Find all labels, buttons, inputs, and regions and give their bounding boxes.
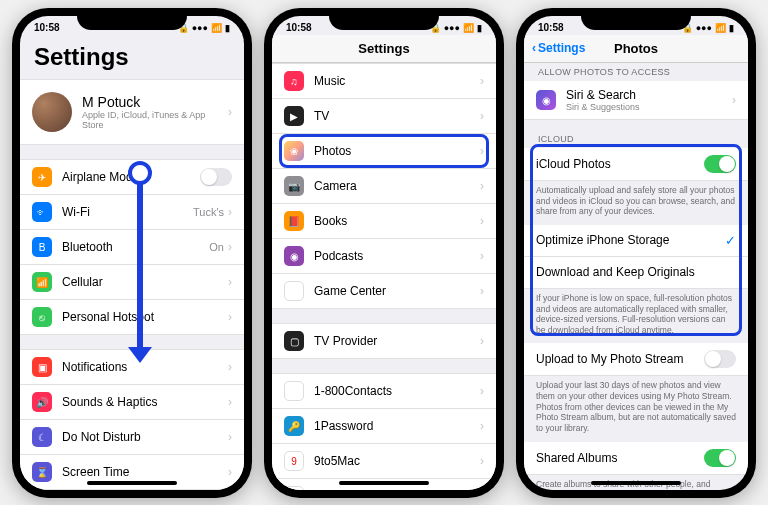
settings-row-game-center[interactable]: ✦Game Center› [272,274,496,309]
avatar [32,92,72,132]
icloud-photos-toggle[interactable] [704,155,736,173]
airbnb-icon: ⌂ [284,486,304,490]
battery-icon: ▮ [477,23,482,33]
settings-row-personal-hotspot[interactable]: ⎋Personal Hotspot› [20,300,244,335]
chevron-right-icon: › [480,109,484,123]
row-label: TV [314,109,480,123]
settings-row-photos[interactable]: ❀Photos› [272,134,496,169]
row-value: On [209,241,224,253]
chevron-right-icon: › [480,454,484,468]
settings-row-tv-provider[interactable]: ▢TV Provider› [272,323,496,359]
phone-3: 10:58 🔒 ●●● 📶 ▮ ‹ Settings Photos ALLOW … [516,8,756,498]
icloud-photos-row[interactable]: iCloud Photos [524,148,748,181]
chevron-right-icon: › [480,334,484,348]
settings-row-9to5mac[interactable]: 99to5Mac› [272,444,496,479]
signal-icon: ●●● [444,23,460,33]
settings-row-1password[interactable]: 🔑1Password› [272,409,496,444]
phone-2: 10:58 🔒 ●●● 📶 ▮ Settings ♫Music›▶TV›❀Pho… [264,8,504,498]
settings-row-airplane-mode[interactable]: ✈︎Airplane Mode [20,159,244,195]
chevron-left-icon: ‹ [532,41,536,55]
row-label: 1-800Contacts [314,384,480,398]
home-indicator[interactable] [591,481,681,485]
home-indicator[interactable] [339,481,429,485]
battery-icon: ▮ [729,23,734,33]
do-not-disturb-icon: ☾ [32,427,52,447]
row-label: Game Center [314,284,480,298]
status-time: 10:58 [538,22,564,33]
optimize-storage-row[interactable]: Optimize iPhone Storage ✓ [524,225,748,257]
row-label: Podcasts [314,249,480,263]
shared-albums-toggle[interactable] [704,449,736,467]
chevron-right-icon: › [228,465,232,479]
sounds-haptics-icon: 🔊 [32,392,52,412]
wifi-icon: 📶 [715,23,726,33]
battery-icon: ▮ [225,23,230,33]
page-title: Settings [272,35,496,63]
chevron-right-icon: › [228,360,232,374]
photo-stream-row[interactable]: Upload to My Photo Stream [524,343,748,376]
photo-stream-toggle[interactable] [704,350,736,368]
chevron-right-icon: › [228,105,232,119]
checkmark-icon: ✓ [725,233,736,248]
row-label: Sounds & Haptics [62,395,228,409]
settings-row-books[interactable]: 📕Books› [272,204,496,239]
chevron-right-icon: › [480,489,484,490]
toggle[interactable] [200,168,232,186]
row-label: 1Password [314,419,480,433]
notifications-icon: ▣ [32,357,52,377]
settings-row-wi-fi[interactable]: ᯤWi-FiTuck's› [20,195,244,230]
chevron-right-icon: › [228,395,232,409]
notch [77,8,187,30]
phone-1: 10:58 🔒 ●●● 📶 ▮ Settings M Potuck Apple … [12,8,252,498]
row-label: Airplane Mode [62,170,200,184]
settings-row-notifications[interactable]: ▣Notifications› [20,349,244,385]
settings-row-sounds-haptics[interactable]: 🔊Sounds & Haptics› [20,385,244,420]
row-value: Tuck's [193,206,224,218]
chevron-right-icon: › [228,240,232,254]
row-label: 9to5Mac [314,454,480,468]
home-indicator[interactable] [87,481,177,485]
chevron-right-icon: › [480,74,484,88]
notch [329,8,439,30]
notch [581,8,691,30]
chevron-right-icon: › [228,310,232,324]
profile-name: M Potuck [82,94,228,110]
row-label: Bluetooth [62,240,209,254]
settings-row-podcasts[interactable]: ◉Podcasts› [272,239,496,274]
optimize-footer: If your iPhone is low on space, full-res… [524,289,748,344]
download-originals-row[interactable]: Download and Keep Originals [524,257,748,289]
row-label: Airbnb [314,489,480,490]
icloud-photos-footer: Automatically upload and safely store al… [524,181,748,225]
shared-albums-row[interactable]: Shared Albums [524,442,748,475]
game-center-icon: ✦ [284,281,304,301]
settings-row-music[interactable]: ♫Music› [272,63,496,99]
wi-fi-icon: ᯤ [32,202,52,222]
settings-row-do-not-disturb[interactable]: ☾Do Not Disturb› [20,420,244,455]
row-label: Photos [314,144,480,158]
settings-row-cellular[interactable]: 📶Cellular› [20,265,244,300]
settings-row-camera[interactable]: 📷Camera› [272,169,496,204]
screen-2: 10:58 🔒 ●●● 📶 ▮ Settings ♫Music›▶TV›❀Pho… [272,16,496,490]
settings-row-tv[interactable]: ▶TV› [272,99,496,134]
siri-search-row[interactable]: ◉ Siri & Search Siri & Suggestions › [524,81,748,120]
tv-icon: ▶ [284,106,304,126]
settings-row-bluetooth[interactable]: BBluetoothOn› [20,230,244,265]
profile-row[interactable]: M Potuck Apple ID, iCloud, iTunes & App … [20,79,244,145]
chevron-right-icon: › [480,144,484,158]
row-label: Notifications [62,360,228,374]
row-label: Wi-Fi [62,205,193,219]
row-label: Personal Hotspot [62,310,228,324]
screen-time-icon: ⌛ [32,462,52,482]
1password-icon: 🔑 [284,416,304,436]
row-label: Do Not Disturb [62,430,228,444]
row-label: TV Provider [314,334,480,348]
chevron-right-icon: › [480,384,484,398]
status-time: 10:58 [286,22,312,33]
settings-row-1-800contacts[interactable]: 👁1-800Contacts› [272,373,496,409]
signal-icon: ●●● [696,23,712,33]
row-label: Music [314,74,480,88]
profile-sub: Apple ID, iCloud, iTunes & App Store [82,110,228,130]
status-time: 10:58 [34,22,60,33]
back-button[interactable]: ‹ Settings [532,41,585,55]
row-label: Camera [314,179,480,193]
